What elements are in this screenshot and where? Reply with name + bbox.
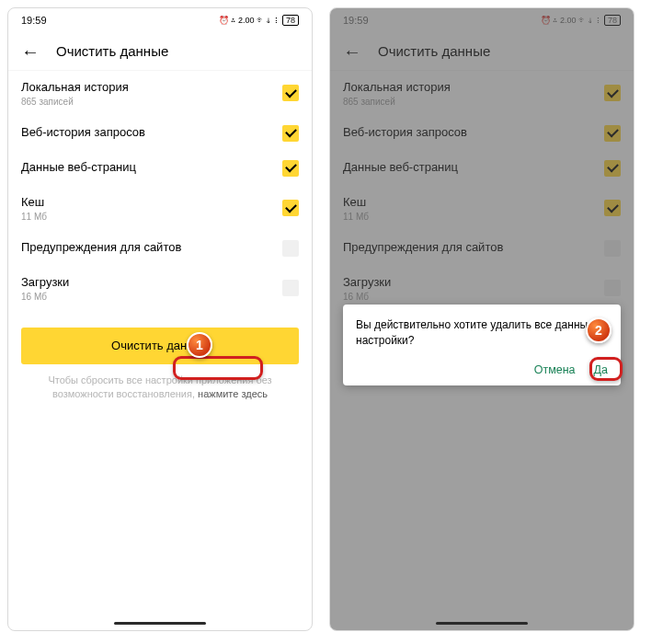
item-label: Данные веб-страниц [21, 160, 136, 176]
list-item[interactable]: Кеш 11 Мб [21, 186, 299, 231]
page-title: Очистить данные [56, 43, 168, 59]
confirm-dialog: Вы действительно хотите удалить все данн… [343, 305, 621, 385]
list-item[interactable]: Загрузки 16 Мб [21, 266, 299, 311]
dialog-actions: Отмена Да [356, 363, 608, 376]
checkbox-icon[interactable] [282, 160, 299, 177]
back-icon[interactable]: ← [21, 42, 40, 61]
item-label: Загрузки [21, 275, 69, 291]
item-label: Веб-история запросов [21, 125, 145, 141]
reset-hint-link[interactable]: нажмите здесь [198, 388, 268, 399]
checkbox-icon[interactable] [282, 200, 299, 216]
status-right: ⏰ ⁂ 2.00 ᯤ ⫰ ⫶ 78 [219, 15, 299, 26]
status-bar: 19:59 ⏰ ⁂ 2.00 ᯤ ⫰ ⫶ 78 [8, 8, 312, 32]
item-sub: 11 Мб [21, 212, 47, 222]
settings-list: Локальная история 865 записей Веб-истори… [8, 71, 312, 401]
phone-left: 19:59 ⏰ ⁂ 2.00 ᯤ ⫰ ⫶ 78 ← Очистить данны… [7, 7, 313, 631]
dialog-message: Вы действительно хотите удалить все данн… [356, 317, 608, 349]
item-sub: 865 записей [21, 97, 129, 107]
battery-icon: 78 [282, 15, 299, 26]
item-sub: 16 Мб [21, 292, 69, 302]
list-item[interactable]: Локальная история 865 записей [21, 71, 299, 116]
status-icons: ⏰ ⁂ 2.00 ᯤ ⫰ ⫶ [219, 16, 279, 25]
home-indicator-icon [114, 622, 206, 625]
item-label: Предупреждения для сайтов [21, 240, 181, 256]
ok-button[interactable]: Да [594, 363, 608, 376]
app-header: ← Очистить данные [8, 32, 312, 71]
reset-hint: Чтобы сбросить все настройки приложения … [21, 374, 299, 402]
checkbox-icon[interactable] [282, 280, 299, 296]
phone-right: 19:59 ⏰ ⁂ 2.00 ᯤ ⫰ ⫶ 78 ← Очистить данны… [329, 7, 634, 631]
checkbox-icon[interactable] [282, 240, 299, 257]
clear-data-button[interactable]: Очистить данные [21, 328, 299, 364]
item-label: Кеш [21, 195, 47, 211]
cancel-button[interactable]: Отмена [534, 363, 576, 376]
list-item[interactable]: Данные веб-страниц [21, 151, 299, 186]
home-indicator-icon [436, 622, 528, 625]
checkbox-icon[interactable] [282, 85, 299, 101]
checkbox-icon[interactable] [282, 125, 299, 142]
item-label: Локальная история [21, 80, 129, 96]
list-item[interactable]: Веб-история запросов [21, 116, 299, 151]
status-time: 19:59 [21, 15, 47, 26]
list-item[interactable]: Предупреждения для сайтов [21, 231, 299, 266]
